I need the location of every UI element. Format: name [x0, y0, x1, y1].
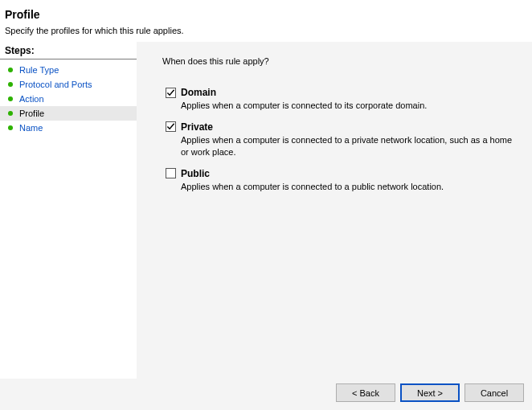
option-domain: Domain Applies when a computer is connec…	[166, 87, 519, 112]
step-label: Protocol and Ports	[19, 80, 92, 89]
wizard-footer: < Back Next > Cancel	[0, 379, 532, 410]
wizard-header: Profile Specify the profiles for which t…	[0, 0, 532, 42]
profile-options: Domain Applies when a computer is connec…	[162, 87, 519, 202]
step-protocol-and-ports[interactable]: Protocol and Ports	[0, 77, 137, 92]
check-icon	[166, 122, 175, 131]
option-label: Public	[181, 168, 210, 179]
check-icon	[166, 88, 175, 97]
step-action[interactable]: Action	[0, 92, 137, 106]
bullet-icon	[8, 125, 13, 130]
bullet-icon	[8, 68, 13, 72]
option-label: Domain	[181, 87, 216, 98]
step-label: Name	[19, 123, 43, 133]
checkbox-public[interactable]	[166, 168, 176, 178]
content-panel: When does this rule apply? Domain Applie…	[137, 42, 532, 379]
option-label: Private	[181, 121, 213, 133]
step-label: Rule Type	[19, 65, 59, 75]
bullet-icon	[8, 111, 13, 116]
bullet-icon	[8, 96, 13, 101]
bullet-icon	[8, 82, 13, 87]
question-text: When does this rule apply?	[162, 56, 519, 66]
step-name[interactable]: Name	[0, 121, 137, 135]
cancel-button[interactable]: Cancel	[464, 383, 524, 402]
option-description: Applies when a computer is connected to …	[181, 181, 518, 193]
back-button[interactable]: < Back	[336, 383, 395, 402]
option-description: Applies when a computer is connected to …	[181, 100, 518, 112]
steps-list: Rule Type Protocol and Ports Action Prof…	[0, 59, 137, 135]
option-description: Applies when a computer is connected to …	[181, 134, 518, 158]
step-label: Action	[19, 94, 44, 104]
checkbox-private[interactable]	[166, 121, 176, 132]
steps-sidebar: Steps: Rule Type Protocol and Ports Acti…	[0, 42, 137, 379]
page-title: Profile	[5, 8, 527, 21]
step-profile[interactable]: Profile	[0, 106, 137, 121]
steps-heading: Steps:	[0, 42, 137, 59]
option-private: Private Applies when a computer is conne…	[166, 121, 519, 158]
checkbox-domain[interactable]	[166, 88, 176, 98]
next-button[interactable]: Next >	[400, 383, 460, 402]
step-label: Profile	[19, 109, 44, 118]
page-subtitle: Specify the profiles for which this rule…	[5, 26, 527, 35]
step-rule-type[interactable]: Rule Type	[0, 63, 137, 77]
option-public: Public Applies when a computer is connec…	[166, 168, 519, 193]
